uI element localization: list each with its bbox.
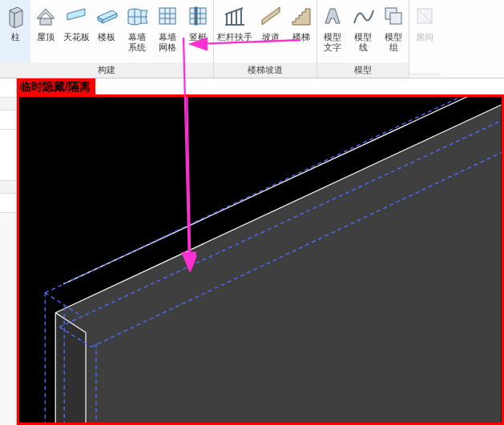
model-geometry-svg <box>19 97 502 423</box>
railing-label: 栏杆扶手 <box>217 32 252 42</box>
ribbon-group-model-title: 模型 <box>317 62 409 78</box>
model-group-label: 模型 组 <box>385 32 402 53</box>
model-group-button[interactable]: 模型 组 <box>378 0 409 62</box>
ribbon-group-room: 房间 <box>409 0 440 78</box>
svg-marker-29 <box>262 7 280 25</box>
svg-marker-1 <box>10 10 14 28</box>
view-canvas[interactable]: 临时隐藏/隔离 <box>17 78 504 425</box>
curtain-grid-icon <box>155 3 180 29</box>
ribbon-group-room-title <box>409 73 440 76</box>
viewport-3d[interactable] <box>17 94 504 425</box>
properties-panel[interactable] <box>0 78 17 425</box>
property-cell[interactable] <box>0 162 16 181</box>
ribbon-group-model-buttons: 模型 文字 模型 线 模型 组 <box>317 0 409 62</box>
mullion-button[interactable]: 竖梃 <box>183 0 213 62</box>
curtain-grid-label: 幕墙 网格 <box>159 32 176 53</box>
ribbon-group-build-title: 构建 <box>0 62 213 78</box>
ceiling-button[interactable]: 天花板 <box>61 0 91 62</box>
isolation-banner: 临时隐藏/隔离 <box>17 78 95 96</box>
svg-rect-31 <box>390 13 401 24</box>
svg-marker-5 <box>67 9 85 20</box>
floor-button[interactable]: 楼板 <box>91 0 122 62</box>
column-icon <box>2 3 28 29</box>
roof-icon <box>33 3 58 29</box>
model-line-button[interactable]: 模型 线 <box>348 0 378 62</box>
work-area: 临时隐藏/隔离 <box>0 78 504 425</box>
ceiling-label: 天花板 <box>63 32 90 42</box>
curtain-system-label: 幕墙 系统 <box>128 32 146 53</box>
ribbon-group-room-buttons: 房间 <box>409 0 440 73</box>
stair-button[interactable]: 楼梯 <box>286 0 317 62</box>
curtain-system-icon <box>124 3 150 29</box>
ribbon-group-model: 模型 文字 模型 线 模型 组 模型 <box>317 0 409 78</box>
ribbon-group-circulation: 栏杆扶手 坡道 楼梯 楼梯坡道 <box>214 0 317 78</box>
floor-label: 楼板 <box>98 32 115 42</box>
ramp-label: 坡道 <box>262 32 280 42</box>
property-cell[interactable] <box>0 98 16 110</box>
property-cell[interactable] <box>0 194 16 213</box>
property-cell[interactable] <box>0 78 16 98</box>
curtain-system-button[interactable]: 幕墙 系统 <box>122 0 152 62</box>
property-cell[interactable] <box>0 110 16 130</box>
ribbon-group-build: 柱 屋顶 天花板 楼板 <box>0 0 214 78</box>
svg-rect-22 <box>195 7 197 25</box>
room-label: 房间 <box>416 32 433 42</box>
model-text-button[interactable]: 模型 文字 <box>317 0 348 62</box>
svg-rect-17 <box>190 8 206 24</box>
roof-label: 屋顶 <box>37 32 54 42</box>
mullion-icon <box>185 3 211 29</box>
svg-marker-2 <box>14 10 22 28</box>
stair-icon <box>288 3 314 29</box>
ribbon-group-circulation-buttons: 栏杆扶手 坡道 楼梯 <box>214 0 317 62</box>
ramp-icon <box>258 3 284 29</box>
floor-icon <box>94 3 119 29</box>
column-label: 柱 <box>11 32 20 42</box>
column-button[interactable]: 柱 <box>0 0 30 62</box>
railing-icon <box>222 3 248 29</box>
curtain-grid-button[interactable]: 幕墙 网格 <box>152 0 183 62</box>
svg-marker-3 <box>37 9 54 18</box>
ribbon-group-build-buttons: 柱 屋顶 天花板 楼板 <box>0 0 213 62</box>
property-cell[interactable] <box>0 181 16 194</box>
svg-rect-4 <box>40 18 51 25</box>
room-button[interactable]: 房间 <box>409 0 440 62</box>
svg-line-28 <box>225 8 243 14</box>
roof-button[interactable]: 屋顶 <box>30 0 61 62</box>
property-cell[interactable] <box>0 130 16 162</box>
ramp-button[interactable]: 坡道 <box>256 0 286 62</box>
ribbon-group-circulation-title: 楼梯坡道 <box>214 62 317 78</box>
ribbon-toolbar: 柱 屋顶 天花板 楼板 <box>0 0 504 78</box>
railing-button[interactable]: 栏杆扶手 <box>214 0 256 62</box>
model-text-label: 模型 文字 <box>324 32 341 53</box>
svg-rect-12 <box>159 8 175 24</box>
mullion-label: 竖梃 <box>189 32 207 42</box>
ceiling-icon <box>63 3 89 29</box>
model-group-icon <box>381 3 406 29</box>
model-line-icon <box>350 3 376 29</box>
model-text-icon <box>320 3 345 29</box>
model-line-label: 模型 线 <box>354 32 372 53</box>
stair-label: 楼梯 <box>292 32 310 42</box>
room-icon <box>412 3 437 29</box>
